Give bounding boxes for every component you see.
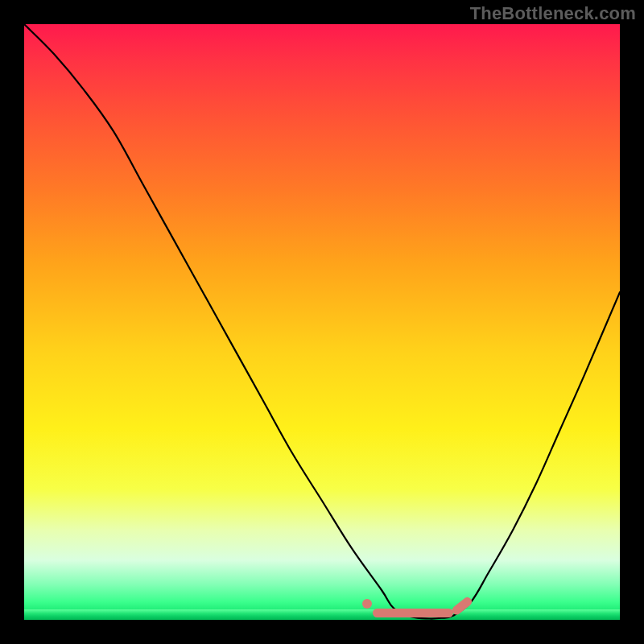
selection-marker-dot <box>362 599 372 609</box>
chart-frame: TheBottleneck.com <box>0 0 644 644</box>
plot-area <box>24 24 620 620</box>
watermark-text: TheBottleneck.com <box>470 3 636 24</box>
selection-marker-flat <box>373 609 453 617</box>
bottleneck-curve <box>24 24 620 620</box>
